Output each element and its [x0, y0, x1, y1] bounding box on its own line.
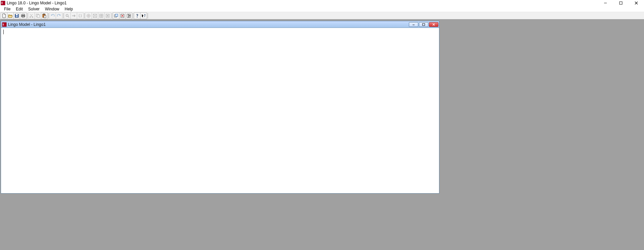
send-to-back-button[interactable]: [113, 12, 119, 19]
goto-button[interactable]: [70, 12, 77, 19]
help-icon: [135, 13, 140, 18]
toolbar-group-file: [1, 12, 26, 19]
copy-icon: [36, 13, 40, 18]
close-all-button[interactable]: [119, 12, 126, 19]
maximize-button[interactable]: [613, 0, 629, 6]
toolbar-group-clipboard: [28, 12, 47, 19]
text-caret: [3, 30, 4, 34]
solution-button[interactable]: [92, 12, 98, 19]
app-title: Lingo 18.0 - Lingo Model - Lingo1: [7, 1, 67, 5]
print-button[interactable]: [20, 12, 26, 19]
menu-window[interactable]: Window: [42, 6, 62, 12]
model-editor[interactable]: [1, 28, 439, 193]
child-close-button[interactable]: [429, 22, 438, 27]
app-titlebar: Lingo 18.0 - Lingo Model - Lingo1: [0, 0, 644, 6]
goto-icon: [71, 13, 76, 18]
cross-box-icon: [93, 13, 97, 18]
menu-solver[interactable]: Solver: [25, 6, 42, 12]
target-icon: [86, 13, 91, 18]
match-paren-button[interactable]: [77, 12, 84, 19]
app-icon: [1, 1, 5, 5]
cut-icon: [29, 13, 34, 18]
new-button[interactable]: [1, 12, 7, 19]
grid-icon: [99, 13, 104, 18]
toolbar-group-window: [113, 12, 132, 19]
paste-icon: [42, 13, 47, 18]
print-icon: [21, 13, 25, 18]
svg-point-18: [66, 14, 68, 16]
toolbar-group-solve: [85, 12, 111, 19]
svg-rect-38: [129, 14, 131, 16]
tile-button[interactable]: [125, 12, 132, 19]
svg-rect-17: [44, 15, 46, 18]
toolbar-separator: [147, 12, 149, 19]
child-app-icon: [2, 22, 7, 27]
svg-point-22: [88, 15, 89, 16]
svg-line-19: [68, 16, 69, 17]
menu-bar: File Edit Solver Window Help: [0, 6, 644, 12]
save-button[interactable]: [13, 12, 20, 19]
find-icon: [65, 13, 70, 18]
svg-rect-44: [423, 24, 425, 26]
redo-button[interactable]: [56, 12, 62, 19]
toolbar-group-find: [64, 12, 83, 19]
svg-rect-39: [129, 16, 131, 17]
options-button[interactable]: [104, 12, 111, 19]
svg-rect-14: [37, 15, 40, 17]
context-help-icon: [141, 13, 146, 18]
copy-button[interactable]: [35, 12, 41, 19]
toolbar: [0, 12, 644, 19]
open-button[interactable]: [7, 12, 14, 19]
redo-icon: [57, 13, 61, 18]
paren-icon: [78, 13, 83, 18]
toolbar-group-undo: [49, 12, 62, 19]
svg-point-40: [137, 17, 138, 17]
child-maximize-button[interactable]: [419, 22, 428, 27]
child-title: Lingo Model - Lingo1: [8, 22, 46, 27]
svg-rect-33: [115, 14, 118, 16]
minimize-button[interactable]: [598, 0, 613, 6]
menu-help[interactable]: Help: [62, 6, 76, 12]
open-icon: [8, 13, 13, 18]
context-help-button[interactable]: [140, 12, 147, 19]
undo-icon: [50, 13, 55, 18]
svg-rect-6: [16, 14, 18, 15]
toolbar-group-help: [134, 12, 147, 19]
undo-button[interactable]: [49, 12, 56, 19]
child-minimize-button[interactable]: [409, 22, 418, 27]
menu-edit[interactable]: Edit: [13, 6, 25, 12]
matrix-button[interactable]: [98, 12, 105, 19]
close-all-icon: [120, 13, 125, 18]
tile-icon: [126, 13, 131, 18]
solve-button[interactable]: [85, 12, 92, 19]
send-back-icon: [114, 13, 118, 18]
close-button[interactable]: [629, 0, 644, 6]
find-button[interactable]: [64, 12, 71, 19]
svg-rect-37: [127, 14, 129, 17]
menu-file[interactable]: File: [1, 6, 13, 12]
svg-rect-2: [620, 2, 622, 4]
svg-rect-10: [22, 16, 24, 17]
svg-point-41: [145, 16, 145, 17]
save-icon: [14, 13, 19, 18]
paste-button[interactable]: [41, 12, 48, 19]
x-box-icon: [105, 13, 110, 18]
svg-rect-7: [16, 16, 18, 17]
help-button[interactable]: [134, 12, 141, 19]
new-icon: [2, 13, 6, 18]
child-window: Lingo Model - Lingo1: [1, 21, 439, 194]
svg-rect-16: [43, 14, 45, 14]
cut-button[interactable]: [28, 12, 35, 19]
mdi-client-area: Lingo Model - Lingo1: [0, 19, 644, 250]
child-titlebar[interactable]: Lingo Model - Lingo1: [1, 21, 439, 28]
